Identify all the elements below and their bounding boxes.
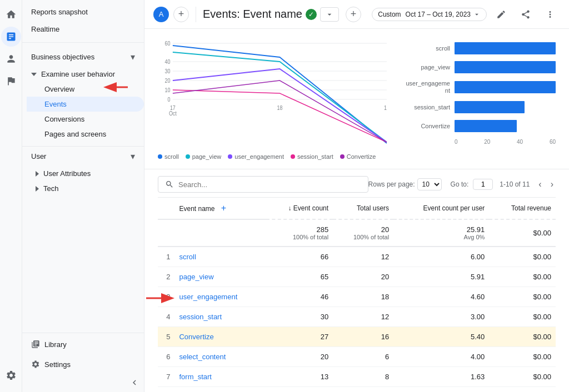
sidebar-item-realtime[interactable]: Realtime xyxy=(22,21,144,38)
sidebar-item-events[interactable]: Events xyxy=(27,97,144,112)
row-num-3: 3 xyxy=(158,287,174,307)
user-section-collapse-icon: ▾ xyxy=(131,151,135,162)
examine-user-behavior-label: Examine user behavior xyxy=(41,70,115,78)
event-count-per-user-cell-5: 5.40 xyxy=(393,327,489,347)
bar-fill-convertize xyxy=(455,120,517,132)
col-header-total-revenue[interactable]: Total revenue xyxy=(489,198,556,219)
goto-label: Go to: xyxy=(451,180,469,188)
col-header-num xyxy=(158,198,174,219)
event-name-cell-1: scroll xyxy=(174,247,266,267)
event-name-link-2[interactable]: page_view xyxy=(179,273,213,281)
col-header-event-count-per-user[interactable]: Event count per user xyxy=(393,198,489,219)
custom-label: Custom xyxy=(378,11,401,18)
total-users-cell-1: 12 xyxy=(333,247,393,267)
rows-per-page-select[interactable]: 10 25 50 xyxy=(417,178,442,190)
goto-input[interactable] xyxy=(473,179,493,190)
add-comparison-button[interactable]: + xyxy=(346,7,361,22)
examine-user-behavior-group: Examine user behavior Overview Events Co… xyxy=(22,67,144,142)
edit-report-button[interactable] xyxy=(491,4,511,24)
event-name-link-5[interactable]: Convertize xyxy=(179,333,213,341)
home-icon[interactable] xyxy=(1,4,21,24)
date-dropdown-icon xyxy=(473,11,481,18)
sidebar-item-conversions[interactable]: Conversions xyxy=(27,112,144,127)
next-page-button[interactable]: › xyxy=(548,178,556,190)
bar-fill-session-start xyxy=(455,101,525,113)
event-name-link-3[interactable]: user_engagement xyxy=(179,293,237,301)
event-name-link-7[interactable]: form_start xyxy=(179,373,212,381)
table-row: 8 first_visit 10 10 1.25 $0.00 xyxy=(158,387,556,393)
sidebar-item-tech[interactable]: Tech xyxy=(22,181,144,196)
sidebar-item-user-attributes[interactable]: User Attributes xyxy=(22,166,144,181)
settings-item[interactable]: Settings xyxy=(22,355,144,373)
flag-icon[interactable] xyxy=(1,71,21,91)
legend-user-engagement: user_engagement xyxy=(228,153,284,160)
svg-text:Oct: Oct xyxy=(169,110,177,117)
page-title-group: Events: Event name ✓ xyxy=(203,7,339,22)
total-revenue-cell-4: $0.00 xyxy=(489,307,556,327)
total-revenue-cell-8: $0.00 xyxy=(489,387,556,393)
person-icon[interactable] xyxy=(1,49,21,69)
sidebar-collapse-button[interactable] xyxy=(22,373,144,392)
rows-per-page-label: Rows per page: xyxy=(368,180,415,188)
library-item[interactable]: Library xyxy=(22,333,144,355)
library-label: Library xyxy=(44,340,67,349)
reports-snapshot-title: Reports snapshot xyxy=(22,0,144,21)
sidebar-item-pages-and-screens[interactable]: Pages and screens xyxy=(27,127,144,142)
event-count-per-user-cell-7: 1.63 xyxy=(393,367,489,387)
search-icon xyxy=(165,180,174,189)
table-row: 4 session_start 30 12 3.00 $0.00 xyxy=(158,307,556,327)
col-header-event-count[interactable]: ↓ Event count xyxy=(266,198,333,219)
bar-chart-x-axis: 0 20 40 60 xyxy=(400,139,556,145)
col-header-event-name[interactable]: Event name + xyxy=(174,198,266,219)
total-revenue: $0.00 xyxy=(493,229,551,237)
event-count-per-user-cell-8: 1.25 xyxy=(393,387,489,393)
session-start-legend-dot xyxy=(291,154,295,159)
prev-page-button[interactable]: ‹ xyxy=(536,178,543,190)
legend-scroll: scroll xyxy=(158,153,179,160)
analytics-icon[interactable] xyxy=(1,27,21,47)
event-count-per-user-cell-3: 4.60 xyxy=(393,287,489,307)
total-revenue-cell-5: $0.00 xyxy=(489,327,556,347)
total-revenue-cell-1: $0.00 xyxy=(489,247,556,267)
event-name-link-1[interactable]: scroll xyxy=(179,253,196,261)
convertize-legend-label: Convertize xyxy=(347,153,376,160)
totals-row: 285 100% of total 20 100% of total 25.91… xyxy=(158,219,556,247)
business-objectives-collapse-icon: ▾ xyxy=(131,52,135,62)
total-users-sub: 100% of total xyxy=(337,234,389,240)
search-input[interactable] xyxy=(178,180,361,189)
sidebar-item-overview[interactable]: Overview xyxy=(27,82,144,97)
topbar-divider xyxy=(196,7,196,22)
event-name-link-4[interactable]: session_start xyxy=(179,313,222,321)
title-dropdown-button[interactable] xyxy=(320,7,339,22)
share-button[interactable] xyxy=(516,4,536,24)
table-row: 3 user_engagement 46 18 4.60 $0.00 xyxy=(158,287,556,307)
examine-user-behavior-header[interactable]: Examine user behavior xyxy=(27,67,144,82)
bar-fill-scroll xyxy=(455,42,556,54)
add-column-button[interactable]: + xyxy=(221,203,226,213)
settings-nav-icon xyxy=(31,360,40,369)
bar-row-scroll: scroll xyxy=(400,42,556,54)
icon-rail xyxy=(0,0,22,392)
svg-text:18: 18 xyxy=(277,105,282,112)
event-name-cell-6: select_content xyxy=(174,347,266,367)
user-section-header[interactable]: User ▾ xyxy=(22,146,144,166)
date-range-button[interactable]: Custom Oct 17 – Oct 19, 2023 xyxy=(372,8,487,21)
total-event-count-sub: 100% of total xyxy=(271,234,329,240)
add-view-button[interactable]: + xyxy=(173,7,189,22)
legend-convertize: Convertize xyxy=(340,153,376,160)
date-range-text: Oct 17 – Oct 19, 2023 xyxy=(406,11,471,18)
event-name-link-6[interactable]: select_content xyxy=(179,353,226,361)
user-avatar[interactable]: A xyxy=(153,7,169,22)
more-options-button[interactable] xyxy=(540,4,560,24)
row-num-1: 1 xyxy=(158,247,174,267)
total-event-per-user: 25.91 xyxy=(398,225,485,234)
business-objectives-header[interactable]: Business objectives ▾ xyxy=(22,47,144,67)
search-input-wrapper[interactable] xyxy=(158,176,368,193)
bar-label-scroll: scroll xyxy=(400,45,450,52)
event-count-per-user-cell-1: 6.00 xyxy=(393,247,489,267)
table-row: 6 select_content 20 6 4.00 $0.00 xyxy=(158,347,556,367)
event-name-cell-7: form_start xyxy=(174,367,266,387)
settings-icon[interactable] xyxy=(1,365,21,385)
col-header-total-users[interactable]: Total users xyxy=(333,198,393,219)
event-name-cell-5: Convertize xyxy=(174,327,266,347)
